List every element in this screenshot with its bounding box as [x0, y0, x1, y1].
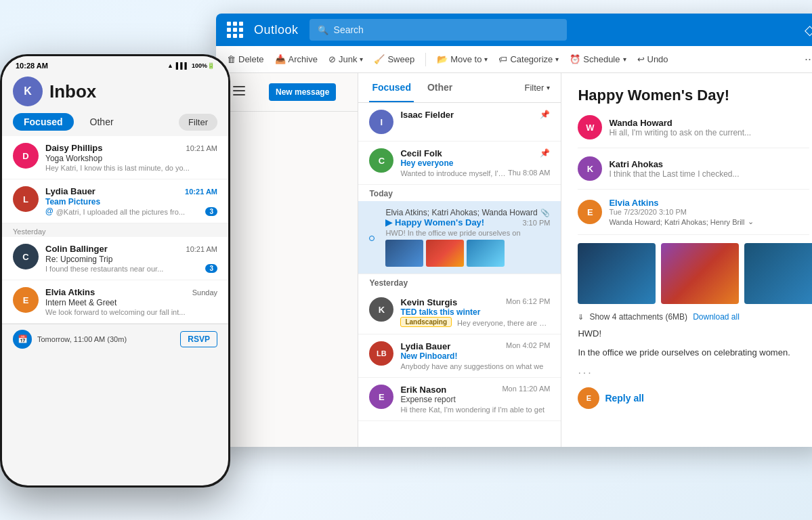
archive-label: Archive: [289, 54, 318, 64]
undo-button[interactable]: ↩ Undo: [637, 54, 668, 64]
waffle-menu[interactable]: [227, 22, 243, 38]
outlook-brand-label: Outlook: [254, 23, 299, 37]
outlook-desktop: Outlook 🔍 Search ◇ 🗑 Delete 📥 Archive ⊘ …: [216, 14, 812, 474]
reply-all-avatar: E: [578, 387, 599, 409]
categorize-button[interactable]: 🏷 Categorize ▾: [498, 54, 559, 64]
pin-icon[interactable]: 📌: [540, 148, 550, 158]
premium-icon[interactable]: ◇: [805, 22, 812, 38]
more-options-button[interactable]: ···: [805, 52, 812, 66]
reply-all-button[interactable]: Reply all: [605, 393, 644, 404]
phone-mail-item[interactable]: C Colin Ballinger 10:21 AM Re: Upcoming …: [2, 237, 228, 280]
mail-subject: TED talks this winter: [400, 307, 550, 317]
phone-mail-avatar: C: [13, 244, 39, 269]
reading-sender-name: Wanda Howard: [609, 118, 809, 128]
filter-button[interactable]: Filter ▾: [525, 83, 551, 93]
mail-list-tabs: Focused Other Filter ▾: [358, 73, 561, 103]
reading-images: [578, 243, 809, 304]
calendar-icon: 📅: [13, 330, 32, 349]
phone-filter-button[interactable]: Filter: [179, 114, 217, 131]
mail-avatar: E: [369, 385, 393, 409]
mail-item[interactable]: LB Lydia Bauer Mon 4:02 PM New Pinboard!…: [358, 334, 561, 378]
phone-mail-preview: I found these restaurants near our...: [45, 265, 163, 273]
rsvp-button[interactable]: RSVP: [180, 331, 217, 347]
mail-time: 3:10 PM: [522, 219, 550, 227]
junk-icon: ⊘: [328, 54, 336, 64]
subject-time-row: ▶ Happy Women's Day! 3:10 PM: [385, 217, 550, 228]
chevron-down-icon: ▾: [484, 56, 488, 63]
sender-name: Lydia Bauer: [400, 341, 450, 351]
mail-item[interactable]: I Isaac Fielder 📌: [358, 103, 561, 142]
move-to-button[interactable]: 📂 Move to ▾: [437, 54, 488, 64]
phone-mail-item[interactable]: D Daisy Phillips 10:21 AM Yoga Workshop …: [2, 136, 228, 179]
sender-name: Erik Nason: [400, 385, 446, 395]
wifi-icon: ▲: [167, 62, 173, 69]
phone-tab-focused[interactable]: Focused: [13, 113, 74, 131]
preview-row: Landscaping Hey everyone, there are some: [400, 317, 550, 327]
junk-label: Junk: [339, 54, 357, 64]
sender-name: Kevin Sturgis: [400, 297, 457, 307]
sender-name: Cecil Folk: [400, 148, 442, 158]
phone-mail-avatar: L: [13, 186, 39, 212]
mail-item[interactable]: K Kevin Sturgis Mon 6:12 PM TED talks th…: [358, 290, 561, 334]
signal-icon: ▌▌▌: [176, 62, 189, 69]
sweep-label: Sweep: [387, 54, 414, 64]
phone-device: 10:28 AM ▲ ▌▌▌ 100%🔋 K Inbox Focused Oth…: [0, 54, 230, 488]
junk-button[interactable]: ⊘ Junk ▾: [328, 54, 363, 64]
schedule-button[interactable]: ⏰ Schedule ▾: [570, 54, 626, 64]
phone-mail-subject: Yoga Workshop: [45, 154, 217, 163]
outlook-toolbar: 🗑 Delete 📥 Archive ⊘ Junk ▾ 🧹 Sweep 📂 Mo…: [216, 46, 812, 73]
reading-sender-info: Elvia Atkins Tue 7/23/2020 3:10 PM Wanda…: [609, 198, 809, 226]
phone-mail-time: 10:21 AM: [186, 245, 217, 253]
phone-mail-content: Daisy Phillips 10:21 AM Yoga Workshop He…: [45, 143, 217, 172]
mail-item[interactable]: C Cecil Folk 📌 Hey everyone Wanted to in…: [358, 142, 561, 185]
phone-section-yesterday: Yesterday: [2, 223, 228, 237]
phone-time: 10:28 AM: [16, 62, 48, 70]
pin-icon[interactable]: 📌: [540, 110, 550, 120]
tab-focused[interactable]: Focused: [369, 73, 414, 102]
mail-thumbnail: [426, 240, 464, 267]
mail-subject: Expense report: [400, 395, 550, 404]
undo-icon: ↩: [637, 54, 645, 64]
phone-mail-item[interactable]: E Elvia Atkins Sunday Intern Meet & Gree…: [2, 280, 228, 324]
search-icon: 🔍: [318, 25, 328, 35]
mail-item-body: Isaac Fielder 📌: [400, 110, 550, 134]
reading-avatar: E: [578, 200, 602, 224]
tab-other[interactable]: Other: [425, 73, 455, 102]
mail-preview: Hey everyone, there are some: [457, 319, 550, 327]
chevron-down-icon: ▾: [555, 56, 559, 63]
reading-sender-name: Katri Ahokas: [609, 159, 809, 169]
phone-mail-item[interactable]: L Lydia Bauer 10:21 AM Team Pictures @: [2, 179, 228, 223]
mail-item-body: Erik Nason Mon 11:20 AM Expense report H…: [400, 385, 550, 414]
mail-preview: Wanted to introduce myself, I'm the new …: [400, 169, 508, 177]
download-all-link[interactable]: Download all: [693, 312, 740, 322]
mail-item[interactable]: Elvia Atkins; Katri Ahokas; Wanda Howard…: [358, 201, 561, 274]
phone-footer: 📅 Tomorrow, 11:00 AM (30m) RSVP: [2, 324, 228, 354]
chevron-down-icon: ⌄: [748, 217, 754, 226]
reading-avatar: K: [578, 156, 602, 181]
outlook-search-box[interactable]: 🔍 Search: [309, 19, 567, 41]
categorize-label: Categorize: [510, 54, 553, 64]
at-icon: @: [45, 207, 54, 216]
reading-sender-preview: I think that the Last time I checked...: [609, 169, 809, 179]
phone-sender-name: Lydia Bauer: [45, 186, 95, 196]
phone-inbox-title: Inbox: [49, 81, 96, 102]
phone-mail-avatar: E: [13, 287, 39, 313]
mail-preview: Hi there Kat, I'm wondering if I'm able …: [400, 406, 550, 414]
phone-mail-time-blue: 10:21 AM: [185, 188, 217, 196]
outlook-header: Outlook 🔍 Search ◇: [216, 14, 812, 46]
mail-item[interactable]: E Erik Nason Mon 11:20 AM Expense report…: [358, 378, 561, 421]
outlook-body: New message Focused Other Filter ▾: [216, 73, 812, 447]
reply-all-row: E Reply all: [578, 387, 809, 409]
categorize-icon: 🏷: [498, 54, 507, 64]
filter-label: Filter: [525, 83, 544, 93]
attachment-icon: 📎: [540, 208, 550, 217]
new-message-button[interactable]: New message: [269, 83, 336, 101]
phone-mail-time: 10:21 AM: [186, 144, 217, 152]
attachments-label[interactable]: Show 4 attachments (6MB): [589, 312, 687, 322]
reading-sender-katri: K Katri Ahokas I think that the Last tim…: [578, 156, 809, 190]
archive-button[interactable]: 📥 Archive: [275, 54, 318, 64]
sweep-button[interactable]: 🧹 Sweep: [374, 54, 414, 64]
phone-tab-other[interactable]: Other: [79, 113, 125, 131]
section-today: Today: [358, 185, 561, 201]
phone-user-avatar: K: [13, 77, 43, 106]
